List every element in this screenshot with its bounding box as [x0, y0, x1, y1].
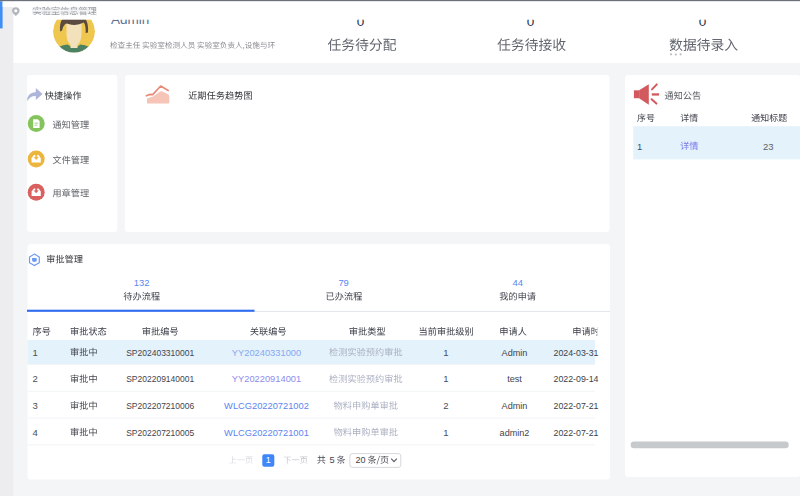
- svg-text:44: 44: [512, 277, 522, 288]
- svg-text:2: 2: [443, 400, 448, 411]
- svg-text:2024-03-31: 2024-03-31: [554, 348, 599, 358]
- svg-text:SP202207210005: SP202207210005: [126, 428, 194, 438]
- svg-text:20: 20: [356, 455, 366, 465]
- svg-text:132: 132: [134, 277, 150, 288]
- svg-text:SP202207210006: SP202207210006: [126, 401, 194, 411]
- svg-text:1: 1: [443, 373, 448, 384]
- svg-text:1: 1: [443, 427, 448, 438]
- svg-text:SP202403310001: SP202403310001: [126, 348, 194, 358]
- svg-text:3: 3: [33, 400, 38, 411]
- svg-text:YY20220914001: YY20220914001: [232, 374, 301, 384]
- svg-text:YY20240331000: YY20240331000: [232, 348, 301, 358]
- svg-text:79: 79: [338, 277, 348, 288]
- svg-text:1: 1: [443, 347, 448, 358]
- svg-text:23: 23: [763, 141, 774, 152]
- svg-text:2022-07-21: 2022-07-21: [554, 428, 599, 438]
- svg-text:1: 1: [266, 455, 271, 465]
- svg-text:2022-07-21: 2022-07-21: [554, 401, 599, 411]
- svg-text:Admin: Admin: [502, 401, 528, 411]
- svg-text:4: 4: [33, 427, 38, 438]
- svg-text:SP202209140001: SP202209140001: [126, 374, 194, 384]
- svg-text:Admin: Admin: [502, 348, 528, 358]
- svg-text:WLCG20220721002: WLCG20220721002: [224, 401, 309, 411]
- svg-text:1: 1: [637, 141, 642, 152]
- svg-text:test: test: [507, 374, 522, 384]
- svg-text:1: 1: [33, 347, 38, 358]
- svg-text:5: 5: [330, 455, 335, 465]
- svg-text:2: 2: [33, 373, 38, 384]
- svg-text:WLCG20220721001: WLCG20220721001: [224, 428, 309, 438]
- svg-text:2022-09-14: 2022-09-14: [554, 374, 599, 384]
- svg-text:admin2: admin2: [500, 428, 530, 438]
